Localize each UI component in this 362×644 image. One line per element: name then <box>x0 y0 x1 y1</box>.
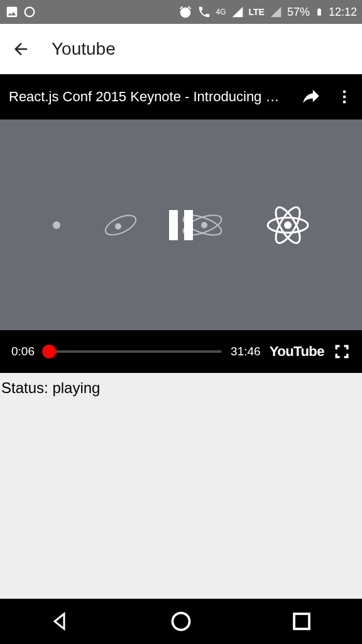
status-left-icons <box>5 5 36 19</box>
svg-point-14 <box>173 613 190 630</box>
nav-home-icon[interactable] <box>170 610 192 633</box>
alarm-icon <box>178 5 192 19</box>
svg-point-9 <box>201 222 207 228</box>
app-bar: Youtube <box>0 24 362 74</box>
video-frame[interactable] <box>0 119 362 330</box>
current-time: 0:06 <box>11 345 35 358</box>
youtube-player: React.js Conf 2015 Keynote - Introducing… <box>0 74 362 373</box>
more-vert-icon[interactable] <box>336 88 353 106</box>
svg-point-6 <box>115 223 121 230</box>
circle-icon <box>23 5 36 19</box>
svg-point-2 <box>343 96 346 99</box>
fullscreen-icon[interactable] <box>333 343 351 360</box>
phone-icon <box>197 5 211 19</box>
svg-point-4 <box>53 221 60 229</box>
share-icon[interactable] <box>300 86 322 108</box>
progress-bar[interactable] <box>43 350 222 353</box>
android-nav-bar <box>0 599 362 644</box>
signal-icon-1 <box>231 6 244 18</box>
battery-percent: 57% <box>287 6 310 19</box>
svg-point-3 <box>343 101 346 104</box>
svg-rect-15 <box>294 614 309 629</box>
nav-recent-icon[interactable] <box>290 610 313 633</box>
youtube-logo: YouTube <box>270 343 324 360</box>
network-lte-label: LTE <box>249 7 265 17</box>
svg-point-1 <box>343 91 346 94</box>
player-controls: 0:06 31:46 YouTube <box>0 330 362 373</box>
dot-graphic <box>52 221 61 230</box>
duration-time: 31:46 <box>231 345 261 358</box>
react-logo-icon <box>265 203 310 248</box>
battery-icon <box>315 5 324 19</box>
svg-point-13 <box>284 221 292 229</box>
app-bar-title: Youtube <box>52 39 116 59</box>
svg-point-0 <box>25 8 35 17</box>
pause-button[interactable] <box>169 210 193 240</box>
signal-icon-2 <box>270 6 282 18</box>
network-4g-label: 4G <box>216 8 226 16</box>
video-title: React.js Conf 2015 Keynote - Introducing… <box>9 89 294 105</box>
status-right-icons: 4G LTE 57% 12:12 <box>178 5 358 19</box>
back-arrow-icon[interactable] <box>11 40 30 58</box>
image-icon <box>5 5 19 19</box>
player-header: React.js Conf 2015 Keynote - Introducing… <box>0 74 362 119</box>
progress-thumb[interactable] <box>42 345 56 358</box>
orbit-graphic-1 <box>102 209 140 241</box>
android-status-bar: 4G LTE 57% 12:12 <box>0 0 362 24</box>
status-label: Status: playing <box>0 373 362 403</box>
nav-back-icon[interactable] <box>49 610 72 633</box>
clock-time: 12:12 <box>329 6 357 19</box>
